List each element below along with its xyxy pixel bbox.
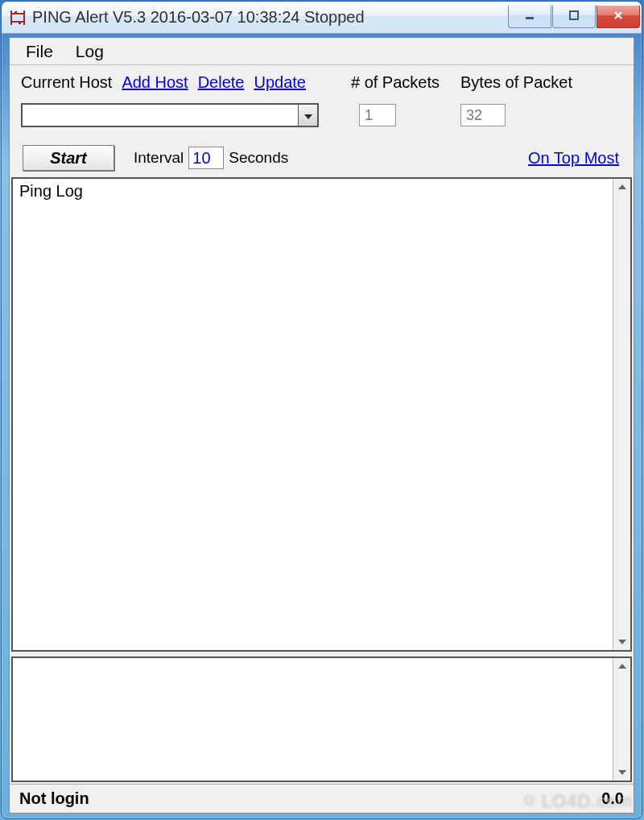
window-title: PING Alert V5.3 2016-03-07 10:38:24 Stop… — [32, 8, 365, 27]
interval-label: Interval — [134, 149, 184, 167]
chevron-down-icon — [303, 106, 313, 124]
secondary-body[interactable] — [13, 658, 613, 781]
dropdown-button[interactable] — [298, 105, 317, 126]
client-area: File Log Current Host Add Host Delete Up… — [9, 37, 634, 814]
secondary-scrollbar[interactable] — [613, 658, 630, 781]
interval-input[interactable] — [188, 147, 224, 169]
scroll-up-icon[interactable] — [616, 180, 629, 193]
titlebar[interactable]: PING Alert V5.3 2016-03-07 10:38:24 Stop… — [2, 2, 642, 34]
packets-input — [359, 104, 396, 126]
menu-file[interactable]: File — [14, 39, 64, 64]
on-top-most-link[interactable]: On Top Most — [528, 149, 622, 168]
svg-rect-3 — [19, 21, 21, 24]
svg-rect-4 — [526, 17, 534, 19]
update-link[interactable]: Update — [254, 73, 306, 92]
menubar: File Log — [10, 38, 634, 65]
ping-log-title: Ping Log — [19, 182, 83, 200]
ping-log-body[interactable]: Ping Log — [13, 179, 613, 650]
menu-log[interactable]: Log — [64, 39, 115, 64]
ping-log-panel: Ping Log — [11, 177, 632, 652]
minimize-icon — [524, 10, 535, 24]
maximize-icon — [568, 10, 580, 24]
log-panels: Ping Log — [10, 177, 634, 784]
svg-rect-1 — [23, 10, 25, 25]
scroll-up-icon[interactable] — [616, 660, 629, 673]
close-button[interactable] — [597, 6, 640, 28]
start-button[interactable]: Start — [23, 145, 114, 171]
close-icon — [613, 10, 624, 24]
packets-label: # of Packets — [351, 73, 440, 92]
current-host-label: Current Host — [21, 73, 112, 92]
app-icon — [8, 8, 27, 27]
host-input[interactable] — [23, 105, 298, 126]
app-window: PING Alert V5.3 2016-03-07 10:38:24 Stop… — [1, 1, 642, 819]
svg-rect-5 — [570, 11, 578, 19]
host-dropdown[interactable] — [21, 103, 319, 127]
delete-link[interactable]: Delete — [198, 73, 245, 92]
bytes-input — [460, 104, 506, 126]
status-right: 0.0 — [601, 789, 624, 808]
status-left: Not login — [19, 789, 89, 808]
secondary-panel — [11, 656, 632, 782]
svg-rect-0 — [10, 10, 12, 25]
controls-panel: Current Host Add Host Delete Update # of… — [10, 65, 634, 177]
scroll-down-icon[interactable] — [616, 766, 629, 779]
seconds-label: Seconds — [229, 149, 288, 167]
status-bar: Not login 0.0 — [10, 784, 634, 813]
bytes-label: Bytes of Packet — [460, 73, 572, 92]
svg-rect-2 — [14, 11, 17, 14]
scroll-down-icon[interactable] — [616, 636, 629, 648]
add-host-link[interactable]: Add Host — [122, 73, 188, 92]
minimize-button[interactable] — [508, 6, 551, 28]
maximize-button[interactable] — [552, 6, 596, 28]
ping-log-scrollbar[interactable] — [613, 179, 630, 650]
